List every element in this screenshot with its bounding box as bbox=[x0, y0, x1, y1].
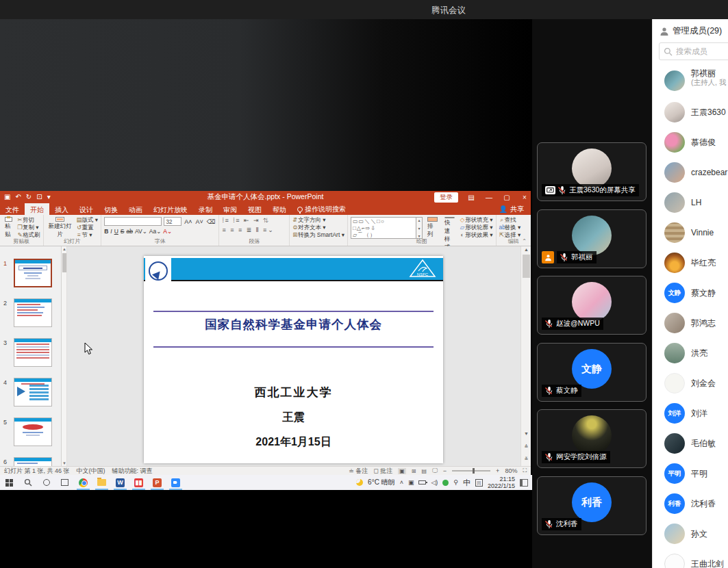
find-button[interactable]: ⌕查找 bbox=[499, 217, 521, 223]
tray-screenshot-icon[interactable]: ▣ bbox=[408, 479, 414, 486]
weather-moon-icon[interactable] bbox=[356, 479, 363, 486]
ime-indicator[interactable]: 中 bbox=[463, 478, 470, 488]
hidden-icons-chevron[interactable]: ˄ bbox=[400, 479, 403, 486]
list-indent-buttons[interactable]: ⦙≡ ⦙≡ ⇤ ⇥ ⇅ bbox=[222, 217, 274, 224]
video-tile[interactable]: 网安学院刘倍源 bbox=[537, 409, 647, 468]
red-app-icon[interactable]: ▮▮ bbox=[129, 475, 148, 490]
ribbon-display-options-icon[interactable]: ▤ bbox=[466, 194, 476, 201]
thumbnail-scrollbar[interactable]: ▲ ▼ bbox=[62, 246, 67, 466]
zoom-in-button[interactable]: + bbox=[496, 467, 499, 474]
member-row[interactable]: 文静 蔡文静 bbox=[653, 278, 728, 308]
chrome-icon[interactable] bbox=[74, 475, 92, 490]
member-row[interactable]: 郭祺丽(主持人, 我 bbox=[653, 64, 728, 97]
replace-button[interactable]: ab替换 ▾ bbox=[499, 224, 521, 231]
next-slide-button[interactable]: ≚ bbox=[521, 456, 531, 462]
search-input[interactable] bbox=[676, 44, 728, 59]
font-color-button[interactable]: A⌄ bbox=[163, 228, 172, 235]
normal-view-button[interactable]: ▣ bbox=[398, 468, 406, 474]
ribbon-tab-插入[interactable]: 插入 bbox=[49, 203, 74, 215]
ribbon-tab-视图[interactable]: 视图 bbox=[242, 203, 267, 215]
tray-green-icon[interactable] bbox=[442, 480, 449, 486]
quick-styles-button[interactable]: 快速样式 bbox=[442, 217, 457, 239]
weather-text[interactable]: 6°C 晴朗 bbox=[368, 478, 395, 487]
member-row[interactable]: 毕红亮 bbox=[653, 248, 728, 278]
slide-thumbnail-2[interactable] bbox=[14, 298, 52, 327]
close-button[interactable]: × bbox=[520, 194, 529, 201]
word-icon[interactable]: W bbox=[111, 475, 129, 490]
ribbon-tab-录制[interactable]: 录制 bbox=[193, 203, 218, 215]
video-tile[interactable]: 郭祺丽 bbox=[537, 209, 647, 268]
accessibility-status[interactable]: 辅助功能: 调查 bbox=[112, 467, 153, 476]
comments-button[interactable]: ◻ 批注 bbox=[373, 467, 392, 476]
clock[interactable]: 21:15 2022/1/15 bbox=[488, 476, 515, 489]
member-row[interactable]: 毛伯敏 bbox=[653, 428, 728, 459]
member-row[interactable]: 利香 沈利香 bbox=[653, 489, 728, 519]
member-row[interactable]: LH bbox=[653, 188, 728, 218]
change-case-button[interactable]: Aa⌄ bbox=[149, 228, 162, 235]
reset-button[interactable]: ↺重置 bbox=[77, 224, 99, 231]
clear-format-icon[interactable]: ⌫ bbox=[206, 218, 216, 225]
fit-to-window-icon[interactable]: ⛶ bbox=[523, 467, 527, 474]
collapse-ribbon-icon[interactable]: ⌃ bbox=[522, 238, 527, 244]
sign-in-button[interactable]: 登录 bbox=[434, 192, 458, 203]
undo-icon[interactable]: ↶ bbox=[15, 191, 21, 203]
layout-button[interactable]: ▤版式 ▾ bbox=[77, 217, 99, 223]
volume-icon[interactable]: ◁) bbox=[431, 479, 438, 486]
member-row[interactable]: 刘金会 bbox=[653, 368, 728, 398]
shapes-gallery[interactable]: ▭▭＼＼□○□△⌐⇨⇩▱⌒（） bbox=[351, 217, 416, 239]
ribbon-tab-切换[interactable]: 切换 bbox=[99, 203, 123, 215]
cortana-button[interactable] bbox=[37, 475, 55, 490]
italic-button[interactable]: I bbox=[110, 228, 112, 235]
slideshow-icon[interactable]: ⊡ bbox=[36, 191, 42, 203]
copy-button[interactable]: ❐复制 ▾ bbox=[17, 224, 40, 231]
restore-button[interactable]: ▢ bbox=[502, 194, 512, 201]
member-row[interactable]: 王震3630 bbox=[653, 97, 728, 127]
ribbon-tab-审阅[interactable]: 审阅 bbox=[218, 203, 242, 215]
new-slide-button[interactable]: 新建幻灯片 bbox=[47, 217, 74, 239]
member-row[interactable]: 平明 平明 bbox=[653, 459, 728, 489]
slide-thumbnail-3[interactable] bbox=[14, 338, 52, 367]
ribbon-tab-帮助[interactable]: 帮助 bbox=[267, 203, 292, 215]
shrink-font-icon[interactable]: A˅ bbox=[194, 218, 203, 225]
arrange-button[interactable]: 排列 bbox=[425, 217, 440, 239]
ribbon-tab-设计[interactable]: 设计 bbox=[74, 203, 99, 215]
powerpoint-icon[interactable]: P bbox=[148, 475, 166, 490]
share-button[interactable]: 👤 共享 bbox=[499, 203, 531, 215]
member-row[interactable]: 刘洋 刘洋 bbox=[653, 398, 728, 428]
battery-icon[interactable] bbox=[418, 480, 426, 485]
slide-thumbnail-4[interactable] bbox=[14, 378, 52, 406]
minimize-button[interactable]: — bbox=[484, 194, 494, 201]
member-row[interactable]: Vinnie bbox=[653, 218, 728, 248]
video-tile[interactable]: 文静 蔡文静 bbox=[537, 343, 647, 402]
redo-icon[interactable]: ↻ bbox=[26, 191, 32, 203]
task-view-button[interactable] bbox=[55, 475, 74, 490]
video-tile[interactable]: 利香 沈利香 bbox=[537, 476, 647, 535]
tell-me-box[interactable]: 操作说明搜索 bbox=[292, 203, 351, 215]
member-row[interactable]: 洪亮 bbox=[653, 338, 728, 368]
ime-keyboard-icon[interactable]: 田 bbox=[475, 479, 483, 487]
zoom-slider[interactable] bbox=[452, 470, 490, 472]
search-box[interactable] bbox=[659, 42, 728, 60]
slideshow-view-button[interactable]: 🖵 bbox=[432, 467, 438, 474]
slide-thumbnail-5[interactable] bbox=[14, 417, 52, 446]
member-row[interactable]: 慕德俊 bbox=[653, 127, 728, 157]
action-center-icon[interactable] bbox=[520, 479, 528, 487]
ribbon-tab-开始[interactable]: 开始 bbox=[25, 203, 49, 215]
bold-button[interactable]: B bbox=[104, 228, 108, 235]
start-button[interactable] bbox=[0, 475, 18, 490]
shape-outline-button[interactable]: ▱形状轮廓 ▾ bbox=[460, 224, 493, 231]
strikethrough-button[interactable]: ab bbox=[126, 228, 132, 235]
underline-button[interactable]: U bbox=[114, 228, 118, 235]
powerpoint-window[interactable]: ▣ ↶ ↻ ⊡ ▾ 基金申请个人体会.pptx - PowerPoint 登录 … bbox=[0, 191, 531, 475]
file-explorer-icon[interactable] bbox=[92, 475, 111, 490]
font-name-box[interactable] bbox=[104, 217, 162, 226]
reading-view-button[interactable]: ▤ bbox=[422, 468, 427, 474]
grow-font-icon[interactable]: A˄ bbox=[184, 218, 192, 225]
ribbon-tab-文件[interactable]: 文件 bbox=[0, 203, 25, 215]
zoom-out-button[interactable]: − bbox=[443, 467, 447, 474]
zoom-level[interactable]: 80% bbox=[505, 467, 517, 474]
tray-link-icon[interactable]: ⚲ bbox=[453, 479, 458, 486]
shadow-button[interactable]: S bbox=[121, 228, 125, 235]
previous-slide-button[interactable]: ≙ bbox=[521, 444, 531, 450]
align-text-button[interactable]: ⊜对齐文本 ▾ bbox=[292, 224, 344, 231]
